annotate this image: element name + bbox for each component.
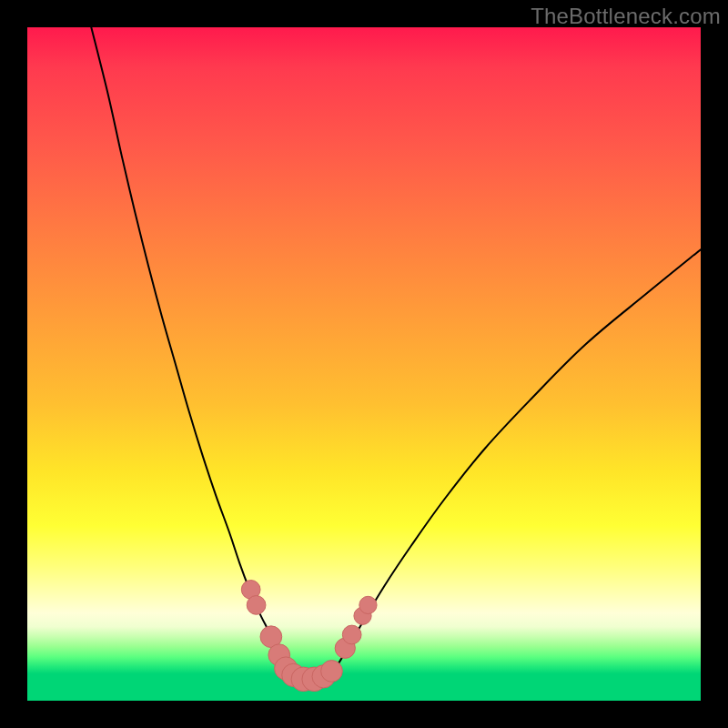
valley-dot [321, 661, 343, 682]
curve-left-branch [91, 27, 288, 673]
curve-right-branch [334, 249, 701, 671]
valley-dot [359, 596, 377, 613]
valley-dot [342, 625, 361, 644]
watermark-text: TheBottleneck.com [531, 4, 721, 29]
plot-area [27, 27, 701, 701]
chart-frame: TheBottleneck.com [0, 0, 728, 728]
valley-dot [247, 596, 266, 615]
valley-dot-group [241, 581, 377, 692]
curve-svg [27, 27, 701, 701]
